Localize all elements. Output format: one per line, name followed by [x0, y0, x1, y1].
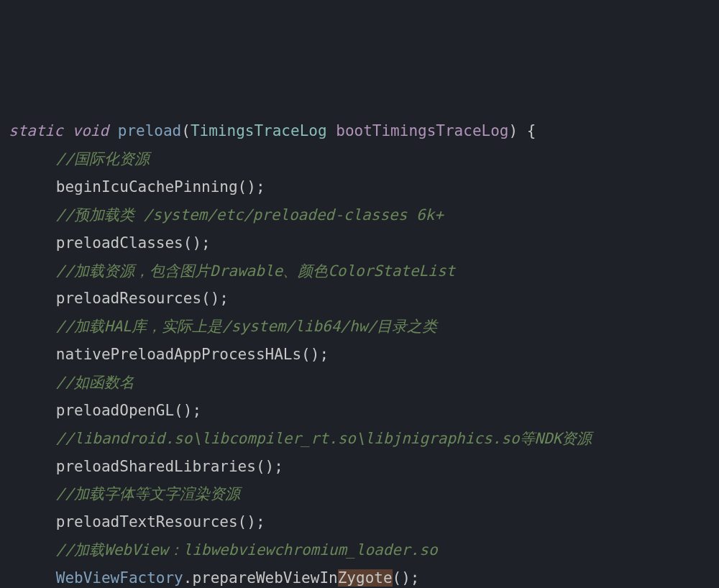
tail: ();: [256, 458, 283, 475]
call: preloadResources: [56, 290, 201, 307]
param-name: bootTimingsTraceLog: [336, 122, 508, 139]
rparen-brace: ) {: [508, 122, 536, 139]
code-block: static void preload(TimingsTraceLog boot…: [9, 117, 710, 588]
lparen: (: [181, 122, 191, 139]
function-name: preload: [118, 122, 182, 139]
keyword-void: void: [73, 122, 109, 139]
tail: ();: [183, 234, 211, 252]
comment: //加载字体等文字渲染资源: [56, 485, 240, 502]
comment: //如函数名: [56, 374, 134, 391]
comment: //libandroid.so\libcompiler_rt.so\libjni…: [56, 430, 592, 447]
comment: //加载HAL库，实际上是/system/lib64/hw/目录之类: [56, 318, 437, 335]
call: preloadClasses: [56, 234, 183, 252]
tail: ();: [393, 569, 420, 587]
dot: .: [183, 569, 193, 587]
tail: ();: [174, 402, 201, 419]
param-type: TimingsTraceLog: [191, 122, 327, 139]
highlight-zygote: Zygote: [338, 569, 393, 587]
method-pre: prepareWebViewIn: [192, 569, 337, 587]
keyword-static: static: [9, 122, 63, 139]
call: nativePreloadAppProcessHALs: [56, 346, 301, 363]
comment: //预加载类 /system/etc/preloaded-classes 6k+: [56, 206, 444, 224]
comment: //国际化资源: [56, 150, 150, 167]
comment: //加载资源，包含图片Drawable、颜色ColorStateList: [56, 262, 455, 280]
tail: ();: [201, 290, 229, 307]
class-ref: WebViewFactory: [56, 569, 183, 587]
tail: ();: [238, 513, 265, 530]
tail: ();: [301, 346, 329, 363]
line-sig: static void preload(TimingsTraceLog boot…: [9, 122, 536, 139]
tail: ();: [238, 178, 265, 196]
call: preloadSharedLibraries: [56, 458, 256, 475]
comment: //加载WebView：libwebviewchromium_loader.so: [56, 541, 438, 559]
call: beginIcuCachePinning: [56, 178, 238, 196]
call: preloadTextResources: [56, 513, 238, 530]
call: preloadOpenGL: [56, 402, 174, 419]
